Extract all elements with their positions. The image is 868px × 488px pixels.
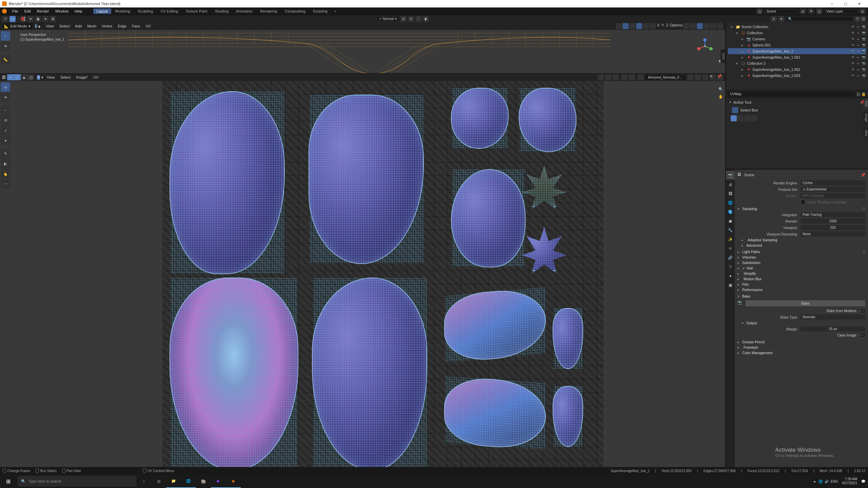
move-tool[interactable]: ↕	[1, 31, 10, 41]
uv-island-foot[interactable]	[553, 386, 583, 447]
render-icon[interactable]: 📷	[861, 61, 866, 66]
setmode-new-icon[interactable]	[731, 115, 737, 121]
texture-props-tab[interactable]: ▦	[726, 281, 735, 289]
workspace-tab-uv-editing[interactable]: UV Editing	[157, 8, 181, 14]
new-collection-icon[interactable]: ◫	[861, 16, 866, 22]
face-select-mode[interactable]: ▲	[37, 24, 41, 28]
outliner-type-icon[interactable]: ≡	[771, 16, 777, 22]
shading-solid-icon[interactable]	[697, 23, 703, 29]
bake-multires-checkbox[interactable]: ✓	[861, 308, 865, 313]
object-name[interactable]: SuperAverageMan_low_1.002	[752, 67, 849, 72]
viewlayer-dropdown[interactable]: View Layer	[824, 9, 858, 14]
scene-props-tab[interactable]: 🌐	[726, 198, 735, 207]
workspace-tab-layout[interactable]: Layout	[93, 8, 111, 14]
help-menu[interactable]: Help	[72, 8, 85, 14]
workspace-tab-scripting[interactable]: Scripting	[310, 8, 331, 14]
store-icon[interactable]: 🏬	[196, 474, 211, 488]
uv-zoom-icon[interactable]: 🔍	[718, 87, 723, 92]
uv-island[interactable]	[444, 376, 546, 451]
feature-set-dropdown[interactable]: ⚠ Experimental	[801, 187, 865, 192]
uv-vert-mode[interactable]: •	[7, 74, 14, 80]
twitch-icon[interactable]: ▶	[211, 474, 226, 488]
visibility-icon[interactable]: 👁	[850, 49, 855, 54]
visibility-icon[interactable]: 👁	[850, 55, 855, 60]
scene-dropdown[interactable]: Scene	[764, 9, 798, 14]
render-engine-dropdown[interactable]: Cycles	[801, 180, 865, 185]
uv-editor[interactable]: 🖼 • / ▲ ◫ ⟲ ▾ View Select Image* UV	[0, 73, 726, 467]
workspace-tab-rendering[interactable]: Rendering	[257, 8, 281, 14]
nav-gizmo[interactable]	[695, 36, 715, 56]
selectable-icon[interactable]: ▸	[856, 37, 861, 41]
uv-move-tool[interactable]: ↔	[1, 105, 10, 115]
outliner-search[interactable]: 🔍	[786, 16, 853, 21]
object-name[interactable]: Sphere.001	[752, 43, 849, 47]
outliner-row[interactable]: ▸ 🔻 SuperAverageMan_low_1.003 👁 ▸ 📷	[728, 73, 866, 79]
tray-network-icon[interactable]: 🌐	[818, 480, 823, 483]
outliner-row[interactable]: ▾ 📁 Scene Collection 👁 ▸ 📷	[728, 24, 866, 30]
workspace-tab-animation[interactable]: Animation	[233, 8, 256, 14]
mirror-x-icon[interactable]: ✕	[408, 16, 414, 22]
uv-image-menu[interactable]: Image*	[74, 75, 90, 80]
uv-island[interactable]	[309, 95, 424, 264]
uv-transform-tool[interactable]: ✦	[1, 136, 10, 145]
orientation-dropdown[interactable]: ↗ Normal ▾	[376, 16, 399, 21]
viewlayer-props-tab[interactable]: 🖼	[726, 189, 735, 198]
mirror-y-icon[interactable]: ⋮	[415, 16, 421, 22]
disclosure-icon[interactable]: ▸	[742, 74, 745, 78]
xray-icon[interactable]	[650, 23, 656, 29]
setmode-sub-icon[interactable]	[744, 115, 750, 121]
render-props-tab[interactable]: 📷	[726, 171, 735, 180]
select-menu[interactable]: Select	[57, 23, 72, 29]
color-management-section[interactable]: Color Management	[742, 351, 772, 355]
viewlayer-new-icon[interactable]: ◎	[859, 8, 866, 14]
origins-icon[interactable]: ⊕	[50, 16, 56, 22]
uv-grab-tool[interactable]: 👆	[1, 169, 10, 179]
uv-image-open-icon[interactable]	[702, 74, 708, 80]
film-section[interactable]: Film	[742, 282, 749, 286]
uv-rotate-tool[interactable]: ⟲	[1, 116, 10, 125]
material-props-tab[interactable]: ●	[726, 271, 735, 280]
bake-section[interactable]: Bake	[742, 294, 750, 298]
snap-dropdown-icon[interactable]: ▾	[27, 16, 34, 22]
uv-sticky-icon[interactable]: ▾	[41, 75, 43, 80]
uv-image-name[interactable]: Armored_Normals_F...	[645, 75, 686, 80]
workspace-tab-shading[interactable]: Shading	[212, 8, 232, 14]
disclosure-icon[interactable]: ▾	[736, 31, 739, 35]
performance-section[interactable]: Performance	[742, 288, 763, 292]
outliner-row[interactable]: ▾ ☐ Collection 2 👁 ▸ 📷	[728, 60, 866, 66]
particle-props-tab[interactable]: ✨	[726, 235, 735, 244]
uv-rip-tool[interactable]: ◐	[1, 159, 10, 168]
subdivision-section[interactable]: Subdivision	[742, 261, 761, 265]
pivot-icon[interactable]: ⊙	[400, 16, 407, 22]
disclosure-icon[interactable]: ▸	[742, 43, 745, 47]
workspace-tab-texture-paint[interactable]: Texture Paint	[182, 8, 211, 14]
disclosure-icon[interactable]: ▾	[731, 25, 734, 29]
disclosure-icon[interactable]: ▸	[742, 37, 745, 41]
selectable-icon[interactable]: ▸	[856, 73, 861, 78]
uv-face-mode[interactable]: ▲	[21, 74, 27, 80]
blender-menu-icon[interactable]	[2, 9, 7, 14]
disclosure-icon[interactable]: ▾	[736, 61, 739, 65]
minimize-button[interactable]: ─	[825, 0, 839, 7]
uv-image-browse-icon[interactable]	[638, 74, 644, 80]
uv-uvmenu[interactable]: UV	[91, 75, 100, 80]
outliner-row[interactable]: ▸ 🔺 Sphere.001 👁 ▸ 📷	[728, 42, 866, 48]
integrator-dropdown[interactable]: Path Tracing	[801, 212, 865, 217]
cursor-tool[interactable]: ✛	[1, 41, 10, 51]
overlay-toggle-icon[interactable]	[636, 23, 642, 29]
select-tool-icon[interactable]: ▭	[9, 16, 16, 22]
selectable-icon[interactable]: ▸	[856, 30, 861, 35]
uv-image-pin-icon[interactable]: 📌	[717, 74, 723, 80]
uv-island-mode[interactable]: ◫	[27, 74, 34, 80]
uv-select-menu[interactable]: Select	[58, 75, 73, 80]
taskbar-search[interactable]: 🔍 Type here to search	[18, 476, 136, 487]
visibility-icon[interactable]: 👁	[850, 43, 855, 47]
uv-island-hand[interactable]	[522, 166, 566, 210]
shading-wireframe-icon[interactable]	[690, 23, 696, 29]
blender-task-icon[interactable]: ◉	[226, 474, 241, 488]
outliner-row[interactable]: ▸ 🔻 SuperAverageMan_low_1.002 👁 ▸ 📷	[728, 66, 866, 73]
selectable-icon[interactable]: ▸	[856, 43, 861, 47]
measure-tool[interactable]: 📏	[1, 55, 10, 64]
selectable-icon[interactable]: ▸	[856, 67, 861, 72]
uv-snap-dd-icon[interactable]	[613, 74, 619, 80]
